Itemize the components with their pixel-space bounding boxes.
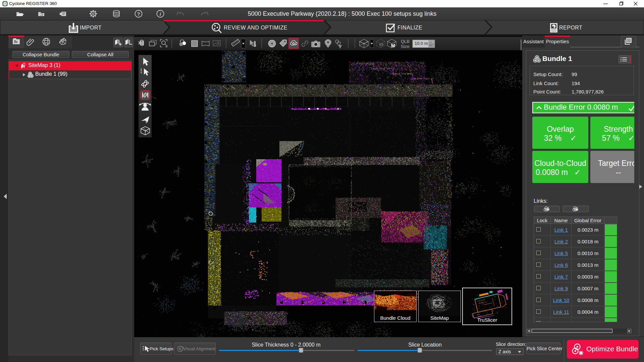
svg-text:Size:: Size: bbox=[401, 44, 411, 49]
svg-text:?: ? bbox=[137, 11, 140, 17]
svg-text:10.0 m: 10.0 m bbox=[415, 41, 428, 46]
svg-text:i: i bbox=[160, 11, 161, 17]
svg-text:M: M bbox=[391, 43, 395, 48]
svg-text:QLB: QLB bbox=[401, 39, 410, 44]
